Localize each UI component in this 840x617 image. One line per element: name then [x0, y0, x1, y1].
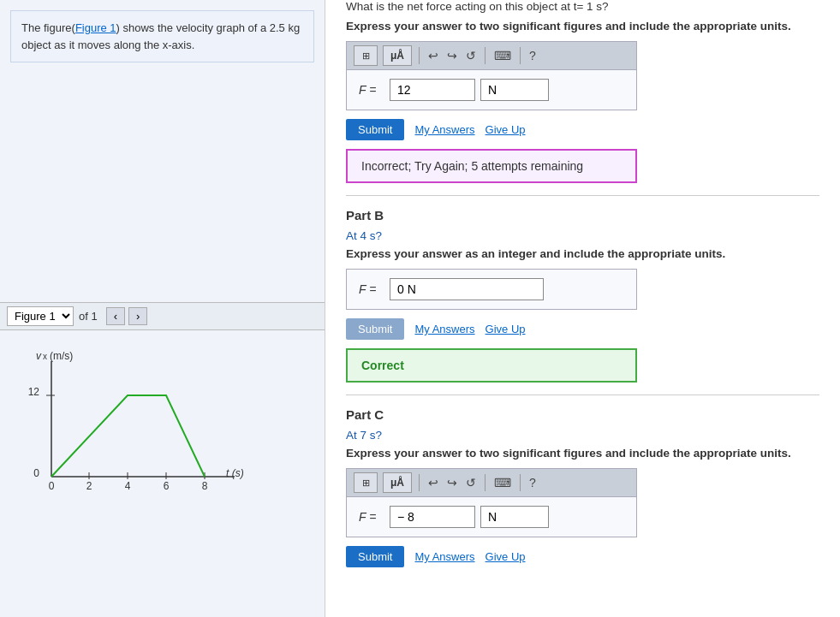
- part-b-answer-box: F =: [346, 269, 637, 310]
- redo-button[interactable]: ↪: [445, 49, 459, 62]
- part-a-question: What is the net force acting on this obj…: [346, 0, 819, 13]
- y-value-0: 0: [33, 467, 39, 479]
- toolbar-sep-2: [485, 47, 486, 64]
- part-a-label: F =: [359, 83, 384, 97]
- part-c-question: At 7 s?: [346, 429, 819, 442]
- part-c-submit-row: Submit My Answers Give Up: [346, 546, 819, 567]
- part-b-correct-message: Correct: [346, 348, 637, 383]
- part-a-answer-box: F =: [346, 69, 637, 110]
- part-a-my-answers-button[interactable]: My Answers: [414, 123, 474, 136]
- part-c-help-button[interactable]: ?: [527, 476, 538, 489]
- part-a-give-up-button[interactable]: Give Up: [486, 123, 526, 136]
- prev-figure-button[interactable]: ‹: [106, 307, 125, 325]
- y-axis-label: v: [36, 350, 42, 362]
- part-b-my-answers-button[interactable]: My Answers: [414, 323, 474, 335]
- part-c-undo-button[interactable]: ↩: [426, 476, 440, 489]
- part-b-answer-row: F =: [359, 278, 624, 300]
- part-b-submit-button[interactable]: Submit: [346, 318, 404, 340]
- part-c-label: F =: [359, 510, 384, 524]
- part-b-give-up-button[interactable]: Give Up: [486, 323, 526, 335]
- info-text-before: The figure(: [21, 21, 75, 34]
- part-a-toolbar: ⊞ μÅ ↩ ↪ ↺ ⌨ ?: [346, 41, 637, 69]
- part-c-redo-button[interactable]: ↪: [445, 476, 459, 489]
- part-b-label: F =: [359, 282, 384, 296]
- info-box: The figure(Figure 1) shows the velocity …: [10, 10, 314, 62]
- part-b-instruction: Express your answer as an integer and in…: [346, 247, 819, 260]
- velocity-graph: v x (m/s) 12 0 0 2 4 6 8 t (s): [21, 344, 277, 515]
- part-a-submit-row: Submit My Answers Give Up: [346, 119, 819, 140]
- part-c-reset-button[interactable]: ↺: [464, 476, 478, 489]
- mu-icon[interactable]: μÅ: [383, 45, 412, 66]
- undo-button[interactable]: ↩: [426, 49, 440, 62]
- x-value-2: 2: [86, 480, 92, 492]
- part-c-mu-icon[interactable]: μÅ: [383, 472, 412, 493]
- figure-dropdown[interactable]: Figure 1: [7, 306, 74, 326]
- x-value-4: 4: [125, 480, 131, 492]
- help-button[interactable]: ?: [527, 49, 538, 62]
- divider-bc: [346, 395, 819, 395]
- part-a-unit[interactable]: [480, 79, 549, 101]
- velocity-line: [51, 395, 205, 477]
- part-a-section: What is the net force acting on this obj…: [346, 0, 819, 183]
- divider-ab: [346, 195, 819, 196]
- right-panel: What is the net force acting on this obj…: [325, 0, 840, 617]
- part-c-header: Part C: [346, 407, 819, 422]
- reset-button[interactable]: ↺: [464, 49, 478, 62]
- part-c-keyboard-button[interactable]: ⌨: [492, 476, 513, 489]
- part-b-input[interactable]: [390, 278, 544, 300]
- part-c-instruction: Express your answer to two significant f…: [346, 447, 819, 460]
- part-a-submit-button[interactable]: Submit: [346, 119, 404, 140]
- toolbar-sep-3: [520, 47, 521, 64]
- part-a-input[interactable]: [390, 79, 475, 101]
- graph-area: v x (m/s) 12 0 0 2 4 6 8 t (s): [0, 330, 325, 519]
- part-a-incorrect-message: Incorrect; Try Again; 5 attempts remaini…: [346, 149, 637, 183]
- part-c-answer-box: F =: [346, 496, 637, 537]
- part-c-sep-2: [485, 474, 486, 491]
- part-c-my-answers-button[interactable]: My Answers: [414, 550, 474, 563]
- x-axis-label: t (s): [226, 467, 244, 479]
- part-a-answer-row: F =: [359, 79, 624, 101]
- part-c-submit-button[interactable]: Submit: [346, 546, 404, 567]
- toolbar-sep-1: [419, 47, 420, 64]
- y-value-12: 12: [28, 386, 40, 398]
- matrix-icon[interactable]: ⊞: [354, 45, 378, 66]
- y-axis-unit: (m/s): [50, 350, 73, 362]
- keyboard-button[interactable]: ⌨: [492, 49, 513, 62]
- figure-link[interactable]: Figure 1: [75, 21, 116, 34]
- part-c-unit[interactable]: [480, 506, 549, 528]
- x-value-6: 6: [164, 480, 170, 492]
- part-b-submit-row: Submit My Answers Give Up: [346, 318, 819, 340]
- part-c-give-up-button[interactable]: Give Up: [486, 550, 526, 563]
- part-b-section: Part B At 4 s? Express your answer as an…: [346, 208, 819, 383]
- part-b-header: Part B: [346, 208, 819, 222]
- y-axis-subscript: x: [43, 352, 47, 361]
- part-c-section: Part C At 7 s? Express your answer to tw…: [346, 407, 819, 567]
- figure-selector: Figure 1 of 1 ‹ ›: [0, 302, 325, 330]
- next-figure-button[interactable]: ›: [128, 307, 147, 325]
- part-c-input[interactable]: [390, 506, 475, 528]
- part-c-toolbar: ⊞ μÅ ↩ ↪ ↺ ⌨ ?: [346, 468, 637, 496]
- figure-of-label: of 1: [79, 310, 98, 323]
- part-a-instruction: Express your answer to two significant f…: [346, 20, 819, 33]
- left-panel: The figure(Figure 1) shows the velocity …: [0, 0, 325, 617]
- part-c-sep-3: [520, 474, 521, 491]
- part-c-answer-row: F =: [359, 506, 624, 528]
- part-c-matrix-icon[interactable]: ⊞: [354, 472, 378, 493]
- part-c-sep-1: [419, 474, 420, 491]
- part-b-question: At 4 s?: [346, 229, 819, 242]
- x-value-0: 0: [49, 480, 55, 492]
- x-value-8: 8: [202, 480, 208, 492]
